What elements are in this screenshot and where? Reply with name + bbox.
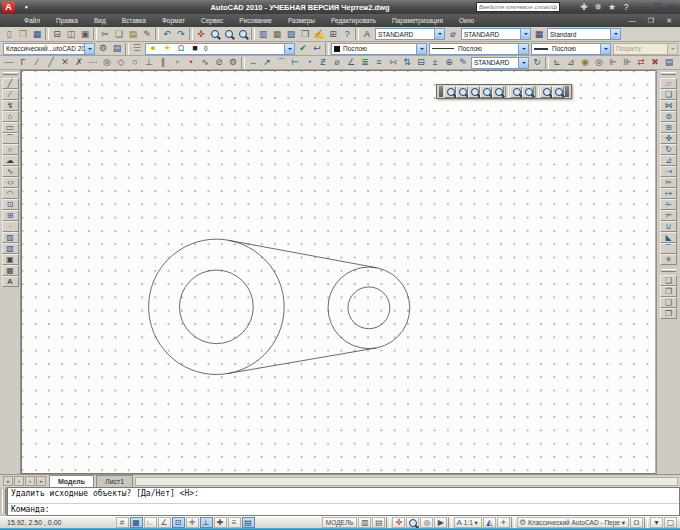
snap-node-icon[interactable]: • <box>184 56 198 69</box>
lwt-toggle[interactable]: ≡ <box>228 517 241 528</box>
zoom-realtime-icon[interactable] <box>208 28 222 41</box>
doc-minimize-button[interactable]: — <box>623 14 642 27</box>
menu-parametric[interactable]: Параметризация <box>384 14 451 27</box>
parameters-manager-icon[interactable]: ▤ <box>662 56 676 69</box>
join-icon[interactable]: ∪ <box>660 221 677 232</box>
search-input[interactable] <box>477 4 559 10</box>
layer-dropdown[interactable]: ●☀Ω■ 0 <box>145 43 295 55</box>
delete-constraints-icon[interactable]: ✖ <box>648 56 662 69</box>
dim-radius-icon[interactable]: ◔ <box>302 56 316 69</box>
grid-toggle[interactable]: ▦ <box>130 517 143 528</box>
dim-style-icon[interactable]: ⌀ <box>446 28 460 41</box>
command-window-grip[interactable] <box>0 487 7 516</box>
explode-icon[interactable]: ✳ <box>660 254 677 265</box>
stretch-icon[interactable]: ⇢ <box>660 166 677 177</box>
menu-file[interactable]: Файл <box>16 14 48 27</box>
pan-button[interactable]: ✜ <box>392 517 405 528</box>
dim-jogged-icon[interactable]: Ƶ <box>316 56 330 69</box>
ellipse-icon[interactable]: ○ <box>2 177 19 188</box>
zoom-window-button[interactable] <box>444 86 456 98</box>
zoom-all-button[interactable] <box>540 86 552 98</box>
steering-wheel-button[interactable]: ◎ <box>420 517 433 528</box>
bring-above-objects-icon[interactable]: ❑ <box>660 297 677 308</box>
multiline-text-icon[interactable]: A <box>2 276 19 287</box>
toolbar-grip[interactable] <box>661 72 676 75</box>
make-object-layer-current-icon[interactable]: ✔ <box>296 42 310 55</box>
paste-icon[interactable]: ▤ <box>126 28 140 41</box>
break-icon[interactable]: ✃ <box>660 210 677 221</box>
scale-icon[interactable]: ⊿ <box>660 155 677 166</box>
polyline-icon[interactable]: ↯ <box>2 100 19 111</box>
snap-none-icon[interactable]: ⊘ <box>212 56 226 69</box>
qp-toggle[interactable]: ▤ <box>242 517 255 528</box>
copy-icon[interactable]: ❏ <box>660 89 677 100</box>
annotation-scale-button[interactable]: А1:1 ▾ <box>454 517 481 528</box>
revision-cloud-icon[interactable]: ☁ <box>2 155 19 166</box>
app-close-button[interactable]: ✕ <box>664 1 678 14</box>
plot-preview-icon[interactable]: ◫ <box>64 28 78 41</box>
toolbar-grip[interactable] <box>661 269 676 272</box>
mirror-icon[interactable]: ⋈ <box>660 100 677 111</box>
table-style-icon[interactable]: ▦ <box>532 28 546 41</box>
snap-apparent-intersection-icon[interactable]: ✗ <box>72 56 86 69</box>
clean-screen-button[interactable]: ▢ <box>664 517 677 528</box>
send-under-objects-icon[interactable]: ❒ <box>660 308 677 319</box>
zoom-in-button[interactable] <box>510 86 522 98</box>
properties-icon[interactable]: ▥ <box>256 28 270 41</box>
hide-constraints-icon[interactable]: ◎ <box>592 56 606 69</box>
osnap-toggle[interactable]: ⊡ <box>172 517 185 528</box>
geometric-constraint-icon[interactable]: ⊿ <box>564 56 578 69</box>
quickcalc-icon[interactable]: ⊞ <box>326 28 340 41</box>
hide-all-constraints-icon[interactable]: ⊪ <box>620 56 634 69</box>
region-icon[interactable]: ▣ <box>2 254 19 265</box>
menu-dimension[interactable]: Размеры <box>280 14 323 27</box>
annotation-autoscale-button[interactable]: ✦ <box>497 517 510 528</box>
zoom-extents-button[interactable] <box>552 86 564 98</box>
toolbar-grip[interactable] <box>565 86 569 97</box>
dimension-style-dropdown[interactable]: STANDARD <box>471 57 529 69</box>
quick-view-drawings-button[interactable]: ▤ <box>372 517 385 528</box>
hatch-icon[interactable]: ▨ <box>2 232 19 243</box>
zoom-window-icon[interactable] <box>222 28 236 41</box>
dimensional-constraint-icon[interactable]: ⇄ <box>634 56 648 69</box>
osnap-settings-icon[interactable]: ⚙ <box>226 56 240 69</box>
snap-perpendicular-icon[interactable]: ⊥ <box>142 56 156 69</box>
snap-from-icon[interactable]: Γ <box>16 56 30 69</box>
publish-icon[interactable]: ▣ <box>78 28 92 41</box>
auto-constrain-icon[interactable]: ⊾ <box>550 56 564 69</box>
last-tab-button[interactable]: » <box>36 476 46 486</box>
trim-icon[interactable]: ✂ <box>660 177 677 188</box>
next-tab-button[interactable]: › <box>25 476 35 486</box>
doc-restore-button[interactable]: ❐ <box>642 14 660 27</box>
dim-baseline-icon[interactable]: ≡ <box>372 56 386 69</box>
workspace-settings-icon[interactable]: ⚙ <box>96 42 110 55</box>
ducs-toggle[interactable]: ⊥ <box>200 517 213 528</box>
text-style-dropdown[interactable]: STANDARD <box>375 28 445 40</box>
app-restore-button[interactable]: ❐ <box>650 1 664 14</box>
menu-edit[interactable]: Правка <box>48 14 86 27</box>
show-constraints-icon[interactable]: ◉ <box>578 56 592 69</box>
erase-icon[interactable]: ▱ <box>660 78 677 89</box>
toolbar-grip[interactable] <box>439 86 443 97</box>
linetype-dropdown[interactable]: Послою <box>429 43 529 55</box>
tab-model[interactable]: Модель <box>49 475 94 487</box>
drawing-canvas[interactable] <box>21 70 656 474</box>
insert-block-icon[interactable]: ⊡ <box>2 199 19 210</box>
model-space-button[interactable]: МОДЕЛЬ <box>322 517 358 528</box>
toolbar-grip[interactable] <box>3 72 18 75</box>
redo-icon[interactable]: ↷ <box>174 28 188 41</box>
construction-line-icon[interactable]: ∕ <box>2 89 19 100</box>
zoom-button[interactable] <box>406 517 419 528</box>
layer-previous-icon[interactable]: ↩ <box>310 42 324 55</box>
help-icon[interactable]: ? <box>619 1 633 14</box>
save-icon[interactable]: ▦ <box>30 28 44 41</box>
table-style-dropdown[interactable]: Standard <box>547 28 621 40</box>
text-style-icon[interactable]: A <box>360 28 374 41</box>
workspace-switch-button[interactable]: ⚙Классический AutoCAD - Пере ▾ <box>517 517 629 528</box>
snap-quadrant-icon[interactable]: ◇ <box>114 56 128 69</box>
snap-endpoint-icon[interactable]: ∕ <box>30 56 44 69</box>
rectangle-icon[interactable]: ▭ <box>2 122 19 133</box>
workspace-dropdown[interactable]: Классический...utoCAD 2007 <box>3 43 95 55</box>
dim-edit-icon[interactable]: ✎ <box>456 56 470 69</box>
offset-icon[interactable]: ⊚ <box>660 111 677 122</box>
